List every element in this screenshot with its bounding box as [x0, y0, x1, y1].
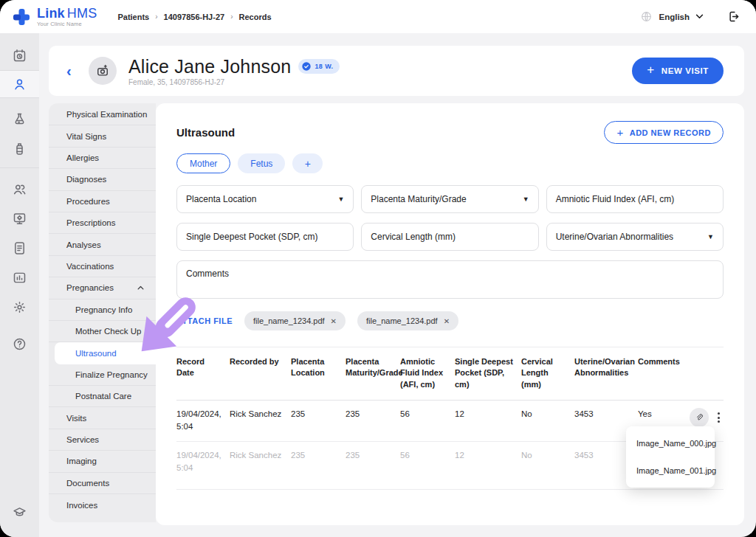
nav-item-vaccinations[interactable]: Vaccinations [49, 256, 156, 277]
nav-item-ultrasound[interactable]: Ultrasound [55, 342, 156, 364]
pregnancy-badge-icon [301, 61, 312, 72]
camera-add-icon [95, 63, 110, 78]
rail-item-workstation[interactable] [0, 204, 39, 233]
ultrasound-form: Placenta Location▼ Placenta Maturity/Gra… [176, 185, 724, 251]
caret-down-icon: ▼ [707, 233, 714, 240]
attachment-menu-item[interactable]: Image_Name_001.jpg [626, 457, 715, 485]
rail-item-pharmacy[interactable] [0, 134, 39, 163]
column-header: Comments [638, 356, 690, 390]
remove-attachment-icon[interactable]: ✕ [444, 317, 450, 325]
record-nav: Physical Examination Vital Signs Allergi… [49, 103, 156, 522]
nav-item-pregnancies[interactable]: Pregnancies [49, 277, 156, 299]
graduation-cap-icon [12, 505, 27, 520]
back-button[interactable]: ‹ [66, 63, 80, 80]
cell-sdp: 12 [455, 449, 521, 462]
chevron-down-icon [695, 14, 704, 19]
calendar-clock-icon [12, 48, 27, 63]
cell-cervical-length: No [521, 408, 574, 420]
nav-item-analyses[interactable]: Analyses [49, 234, 156, 255]
cell-afi: 56 [400, 408, 455, 420]
nav-item-prescriptions[interactable]: Prescriptions [49, 212, 156, 234]
cell-comments: Yes [638, 408, 690, 420]
breadcrumb-patients[interactable]: Patients [117, 13, 149, 21]
patient-name: Alice Jane Johnson [128, 56, 291, 77]
rail-item-settings[interactable] [0, 292, 39, 322]
ultrasound-panel: Ultrasound + ADD NEW RECORD Mother Fetus… [156, 103, 744, 525]
monitor-gear-icon [12, 211, 27, 226]
patient-header-card: ‹ Alice Jane Johnson 18 w. Female, 35, 1… [49, 46, 744, 96]
cell-sdp: 12 [455, 408, 521, 420]
nav-item-finalize-pregnancy[interactable]: Finalize Pregnancy [49, 364, 156, 386]
cell-placenta-maturity: 235 [346, 408, 400, 420]
caret-down-icon: ▼ [337, 195, 344, 203]
add-tab-button[interactable]: + [292, 153, 323, 173]
add-new-record-button[interactable]: + ADD NEW RECORD [604, 121, 724, 144]
attachment-chip: file_name_1234.pdf ✕ [357, 311, 458, 330]
tab-fetus[interactable]: Fetus [238, 153, 285, 173]
rail-item-laboratory[interactable] [0, 104, 39, 134]
pregnancy-weeks-badge: 18 w. [298, 59, 340, 74]
uterine-abnormalities-select[interactable]: Uterine/Ovarian Abnormalities▼ [546, 223, 724, 251]
logo-title: LinkHMS [37, 7, 97, 20]
nav-item-vital-signs[interactable]: Vital Signs [49, 125, 156, 147]
rail-item-schedule[interactable] [0, 41, 39, 70]
language-selector[interactable]: English [640, 10, 704, 23]
nav-item-documents[interactable]: Documents [49, 473, 156, 494]
nav-item-pregnancy-info[interactable]: Pregnancy Info [49, 299, 156, 321]
column-header: Uterine/Ovarian Abnormalities [574, 356, 638, 390]
placenta-location-select[interactable]: Placenta Location▼ [176, 185, 354, 213]
app-logo[interactable]: LinkHMS Your Clinic Name [12, 7, 97, 27]
column-header: Single Deepest Pocket (SDP, cm) [455, 356, 521, 390]
document-report-icon [12, 240, 27, 256]
patient-meta: Female, 35, 14097856-HJ-27 [128, 78, 340, 86]
breadcrumb-records[interactable]: Records [238, 13, 271, 21]
nav-item-postnatal-care[interactable]: Postnatal Care [49, 386, 156, 407]
rail-item-statistics[interactable] [0, 263, 39, 292]
breadcrumb-separator: › [155, 13, 157, 21]
rail-item-education[interactable] [0, 497, 39, 527]
lab-flask-icon [12, 111, 27, 127]
afi-input[interactable]: Amniotic Fluid Index (AFI, cm) [546, 185, 724, 213]
icon-rail [0, 33, 39, 537]
attachments-toggle-button[interactable] [690, 408, 709, 427]
attach-file-button[interactable]: ATTACH FILE [176, 316, 233, 325]
table-row[interactable]: 19/04/2024, 5:04 Rick Sanchez 235 235 56… [176, 401, 724, 442]
sdp-input[interactable]: Single Deepest Pocket (SDP, cm) [176, 223, 354, 251]
nav-item-visits[interactable]: Visits [49, 407, 156, 429]
staff-people-icon [12, 181, 27, 197]
nav-item-allergies[interactable]: Allergies [49, 148, 156, 169]
nav-item-physical-examination[interactable]: Physical Examination [49, 104, 156, 125]
attachment-menu-item[interactable]: Image_Name_000.jpg [626, 430, 715, 457]
globe-icon [640, 10, 653, 23]
rail-item-patients[interactable] [0, 71, 39, 97]
row-menu-button[interactable] [713, 408, 724, 427]
help-icon [12, 336, 27, 352]
breadcrumb: Patients › 14097856-HJ-27 › Records [117, 13, 271, 21]
table-header-row: Record Date Recorded by Placenta Locatio… [176, 347, 724, 401]
nav-item-procedures[interactable]: Procedures [49, 191, 156, 212]
remove-attachment-icon[interactable]: ✕ [331, 317, 337, 325]
nav-item-services[interactable]: Services [49, 429, 156, 451]
cervical-length-input[interactable]: Cervical Length (mm) [361, 223, 538, 251]
rail-item-help[interactable] [0, 329, 39, 358]
rail-item-staff[interactable] [0, 174, 39, 204]
rail-item-reports[interactable] [0, 233, 39, 263]
patient-person-icon [12, 77, 27, 92]
nav-item-diagnoses[interactable]: Diagnoses [49, 169, 156, 190]
nav-item-mother-check-up[interactable]: Mother Check Up [49, 321, 156, 342]
column-header: Placenta Location [291, 356, 346, 390]
comments-textarea[interactable]: Comments [176, 260, 724, 299]
chevron-up-icon [137, 285, 144, 290]
patient-avatar-upload[interactable] [89, 57, 117, 85]
section-title: Ultrasound [176, 126, 235, 139]
new-visit-button[interactable]: + NEW VISIT [632, 58, 724, 84]
placenta-maturity-select[interactable]: Placenta Maturity/Grade▼ [361, 185, 538, 213]
logout-button[interactable] [727, 10, 741, 24]
cell-placenta-location: 235 [291, 408, 346, 420]
breadcrumb-patient-id[interactable]: 14097856-HJ-27 [164, 13, 225, 21]
nav-item-imaging[interactable]: Imaging [49, 451, 156, 472]
nav-item-invoices[interactable]: Invoices [49, 494, 156, 516]
logo-subtitle: Your Clinic Name [37, 21, 97, 27]
tab-mother[interactable]: Mother [176, 153, 230, 173]
subject-tabs: Mother Fetus + [176, 153, 724, 173]
